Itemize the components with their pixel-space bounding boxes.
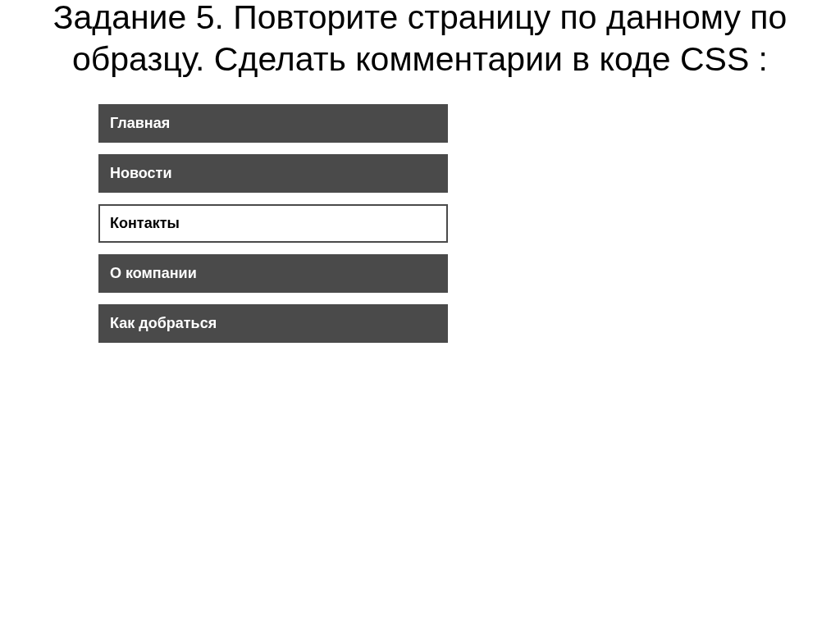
nav-menu: Главная Новости Контакты О компании Как …: [98, 104, 448, 343]
task-heading: Задание 5. Повторите страницу по данному…: [0, 0, 840, 81]
menu-item-news[interactable]: Новости: [98, 154, 448, 193]
menu-item-directions[interactable]: Как добраться: [98, 304, 448, 343]
menu-item-contacts[interactable]: Контакты: [98, 204, 448, 243]
menu-item-home[interactable]: Главная: [98, 104, 448, 143]
menu-item-about[interactable]: О компании: [98, 254, 448, 293]
